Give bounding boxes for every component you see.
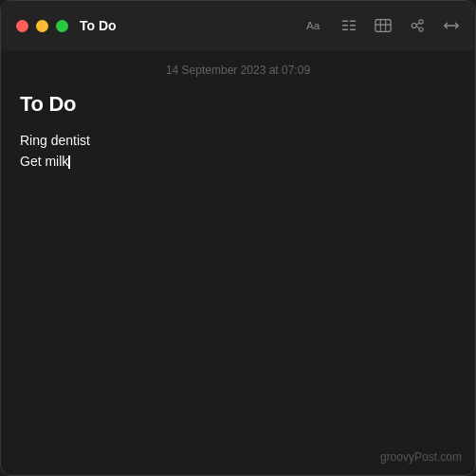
- svg-rect-6: [350, 29, 356, 30]
- note-content: 14 September 2023 at 07:09 To Do Ring de…: [1, 50, 475, 475]
- svg-line-15: [416, 27, 419, 28]
- svg-rect-7: [375, 20, 391, 32]
- note-body[interactable]: Ring dentist Get milk: [20, 130, 456, 173]
- notes-window: To Do Aa: [0, 0, 476, 476]
- svg-rect-2: [350, 21, 356, 22]
- titlebar: To Do Aa: [1, 1, 475, 50]
- share-icon[interactable]: [409, 17, 426, 34]
- note-line-1: Ring dentist: [20, 130, 456, 151]
- traffic-lights: [16, 20, 68, 32]
- font-icon[interactable]: Aa: [306, 17, 323, 34]
- svg-rect-3: [342, 25, 348, 26]
- window-title: To Do: [80, 18, 117, 33]
- text-cursor: [68, 156, 70, 169]
- table-icon[interactable]: [375, 17, 392, 34]
- checklist-icon[interactable]: [340, 17, 357, 34]
- minimize-button[interactable]: [36, 20, 48, 32]
- svg-point-13: [419, 27, 423, 31]
- note-line-2: Get milk: [20, 151, 456, 172]
- svg-line-14: [416, 23, 419, 25]
- svg-rect-5: [342, 29, 348, 30]
- note-line-2-text: Get milk: [20, 154, 68, 169]
- watermark: groovyPost.com: [380, 450, 462, 464]
- close-button[interactable]: [16, 20, 28, 32]
- svg-text:Aa: Aa: [306, 20, 320, 32]
- maximize-button[interactable]: [56, 20, 68, 32]
- toolbar: Aa: [306, 17, 460, 34]
- svg-rect-4: [350, 25, 356, 26]
- svg-point-11: [412, 24, 416, 28]
- expand-icon[interactable]: [443, 17, 460, 34]
- date-label: 14 September 2023 at 07:09: [20, 50, 456, 92]
- svg-point-12: [419, 20, 423, 24]
- svg-rect-1: [342, 21, 348, 22]
- note-title: To Do: [20, 92, 456, 117]
